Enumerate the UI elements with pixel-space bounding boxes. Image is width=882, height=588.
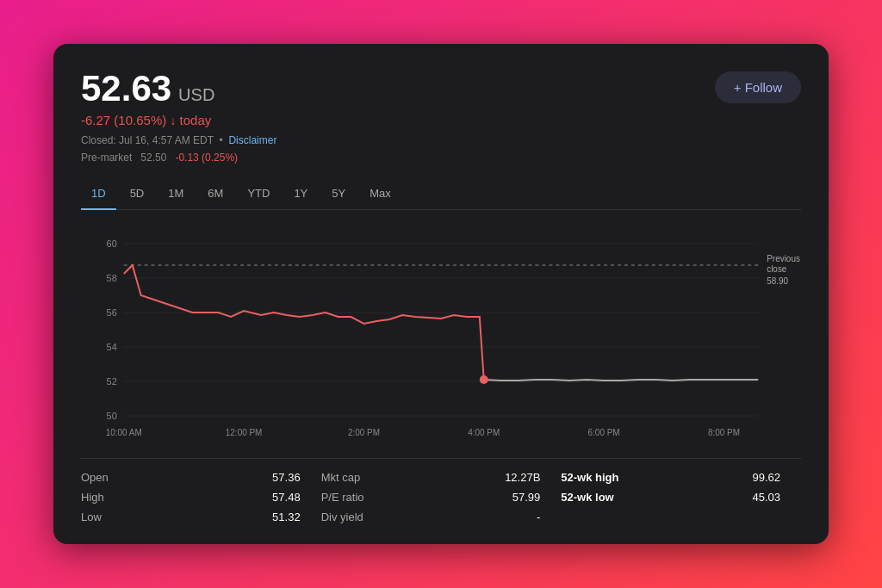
stat-div-value: - <box>537 511 540 523</box>
stats-table: Open 57.36 High 57.48 Low 51.32 Mkt cap … <box>81 458 801 523</box>
premarket-label: Pre-market <box>81 152 132 164</box>
chart-line-afterhours <box>484 380 758 381</box>
svg-text:60: 60 <box>107 238 117 249</box>
time-range-tabs: 1D 5D 1M 6M YTD 1Y 5Y Max <box>81 182 801 210</box>
stat-pe: P/E ratio 57.99 <box>321 491 562 504</box>
stat-52wk-high: 52-wk high 99.62 <box>561 471 801 484</box>
svg-text:58.90: 58.90 <box>767 276 788 286</box>
stat-open: Open 57.36 <box>81 471 321 484</box>
tab-max[interactable]: Max <box>359 182 401 210</box>
closed-text: Closed: Jul 16, 4:57 AM EDT <box>81 134 214 146</box>
tab-5y[interactable]: 5Y <box>321 182 356 210</box>
stat-high-value: 57.48 <box>272 491 301 504</box>
disclaimer-link[interactable]: Disclaimer <box>228 134 276 146</box>
svg-text:2:00 PM: 2:00 PM <box>348 428 380 437</box>
stat-52wk-low-value: 45.03 <box>752 491 780 504</box>
stat-52wk-high-value: 99.62 <box>752 471 780 484</box>
svg-text:58: 58 <box>107 273 117 283</box>
tab-6m[interactable]: 6M <box>197 182 233 210</box>
price-currency: USD <box>178 85 214 105</box>
svg-text:10:00 AM: 10:00 AM <box>106 428 142 437</box>
stat-low: Low 51.32 <box>81 511 321 523</box>
stat-mktcap: Mkt cap 12.27B <box>321 471 562 484</box>
change-arrow: ↓ <box>170 114 176 127</box>
svg-text:Previous: Previous <box>767 254 800 263</box>
stat-open-value: 57.36 <box>272 471 301 484</box>
svg-text:6:00 PM: 6:00 PM <box>588 428 620 437</box>
chart-container: 60 58 56 54 52 50 Previous close 58.90 1… <box>81 220 801 444</box>
stat-high-label: High <box>81 491 104 504</box>
svg-text:50: 50 <box>107 411 117 421</box>
price-main: 52.63 USD <box>81 68 276 109</box>
tab-1y[interactable]: 1Y <box>283 182 318 210</box>
tab-1d[interactable]: 1D <box>81 182 116 210</box>
stat-div: Div yield - <box>321 511 562 523</box>
stat-low-label: Low <box>81 511 102 523</box>
stats-col-3: 52-wk high 99.62 52-wk low 45.03 <box>561 471 801 523</box>
price-change: -6.27 (10.65%) ↓ today <box>81 113 276 127</box>
stock-card: 52.63 USD -6.27 (10.65%) ↓ today Closed:… <box>53 44 829 543</box>
stat-52wk-high-label: 52-wk high <box>561 471 618 484</box>
stat-high: High 57.48 <box>81 491 321 504</box>
svg-text:54: 54 <box>107 342 117 352</box>
change-value: -6.27 (10.65%) <box>81 113 166 127</box>
svg-text:8:00 PM: 8:00 PM <box>708 428 740 437</box>
stock-chart: 60 58 56 54 52 50 Previous close 58.90 1… <box>81 220 801 444</box>
follow-button[interactable]: + Follow <box>715 71 801 103</box>
premarket-change: -0.13 (0.25%) <box>175 152 238 164</box>
svg-text:52: 52 <box>107 376 117 387</box>
svg-text:4:00 PM: 4:00 PM <box>468 428 500 437</box>
chart-line-market <box>124 265 484 380</box>
tab-1m[interactable]: 1M <box>158 182 194 210</box>
header-row: 52.63 USD -6.27 (10.65%) ↓ today Closed:… <box>81 68 801 165</box>
stat-mktcap-label: Mkt cap <box>321 471 361 484</box>
price-meta: Closed: Jul 16, 4:57 AM EDT • Disclaimer… <box>81 133 276 165</box>
stats-col-1: Open 57.36 High 57.48 Low 51.32 <box>81 471 321 523</box>
price-value: 52.63 <box>81 68 171 109</box>
stat-low-value: 51.32 <box>272 511 301 523</box>
stat-mktcap-value: 12.27B <box>505 471 540 484</box>
tab-5d[interactable]: 5D <box>120 182 155 210</box>
stat-open-label: Open <box>81 471 109 484</box>
stat-52wk-low-label: 52-wk low <box>561 491 613 504</box>
chart-dot <box>480 375 488 384</box>
stat-div-label: Div yield <box>321 511 363 523</box>
svg-text:close: close <box>767 264 787 274</box>
change-label: today <box>180 113 212 127</box>
stat-52wk-low: 52-wk low 45.03 <box>561 491 801 504</box>
svg-text:56: 56 <box>107 307 117 318</box>
stat-pe-value: 57.99 <box>512 491 541 504</box>
tab-ytd[interactable]: YTD <box>237 182 280 210</box>
price-section: 52.63 USD -6.27 (10.65%) ↓ today Closed:… <box>81 68 276 165</box>
stats-col-2: Mkt cap 12.27B P/E ratio 57.99 Div yield… <box>321 471 562 523</box>
svg-text:12:00 PM: 12:00 PM <box>226 428 263 437</box>
premarket-price: 52.50 <box>140 152 166 164</box>
stat-pe-label: P/E ratio <box>321 491 364 504</box>
